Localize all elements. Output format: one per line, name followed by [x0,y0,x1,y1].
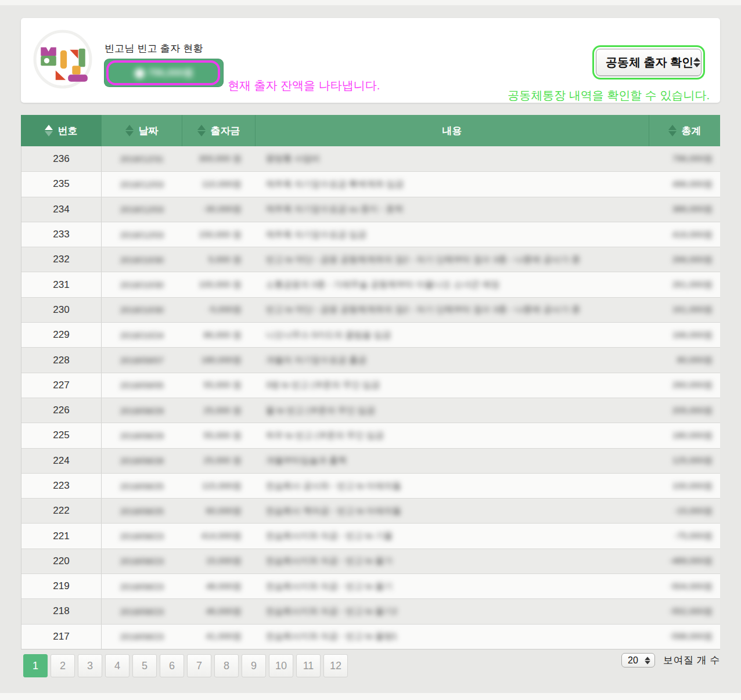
cell-description: 몽땅통 사업비 [256,146,649,171]
page-button-9[interactable]: 9 [242,654,266,677]
cell-total: -489,000원 [649,549,720,573]
cell-description: 빈고 to 약단 - 금융 공동체계좌의 점2 - 자기 단체부터 접수 3종 … [256,247,649,272]
table-row: 2172018/08/2341,000원전습회사지와 자금 - 빈고 to 물량… [21,624,720,649]
redacted-text: -489,000원 [670,555,713,567]
page-button-4[interactable]: 4 [105,654,130,677]
page-size-control: 20 보여질 개 수 [621,653,720,667]
page-button-10[interactable]: 10 [269,654,293,677]
redacted-text: 180,000원 [672,430,713,441]
cell-amount: 414,000원 [182,524,256,548]
page-button-11[interactable]: 11 [296,654,321,677]
redacted-text: 개월의 자기앞수표금 출금 [266,355,366,366]
redacted-text: 60,000원 [206,506,242,517]
cell-date: 2018/08/23 [102,574,182,598]
cell-description: 개월부터입술과 출첵 [256,449,649,473]
cell-description: 제주폭 자기앞수표금 su 증지 - 효력 [256,197,649,222]
page-button-8[interactable]: 8 [214,654,239,677]
page-button-6[interactable]: 6 [160,654,184,677]
redacted-text: 전습회사지와 자금 - 빈고 to 물가 [266,555,393,567]
redacted-text: 2018/09/07 [120,355,164,365]
cell-number: 229 [21,323,102,347]
balance-button[interactable]: ⬤ 796,000원 [104,59,224,87]
pagination: 123456789101112 [23,654,348,677]
column-header-amount[interactable]: 출자금 [182,115,255,146]
page-title: 빈고님 빈고 출자 현황 [105,42,203,55]
cell-date: 2018/08/28 [102,449,182,473]
column-header-total[interactable]: 총계 [649,115,720,146]
page-button-3[interactable]: 3 [78,654,102,677]
table-row: 2362018/12/31300,000 원몽땅통 사업비796,000원 [21,146,720,171]
cell-total: 386,000원 [649,197,720,222]
redacted-text: 205,000원 [672,405,713,416]
redacted-text: 니오나무스 5카드의 클럽을 입금 [266,330,391,341]
cell-amount: -5,000원 [182,298,256,322]
cell-description: 전습회사지와 자금 - 빈고 to 기물 [256,524,649,548]
redacted-text: 2018/08/29 [120,406,164,416]
cell-description: 물 to 빈고 (쿠폰의 무인 입금 [256,398,649,423]
sort-icon [125,125,134,136]
table-row: 2292018/10/2486,000 원니오나무스 5카드의 클럽을 입금16… [21,322,720,347]
redacted-text: 제주폭 자기앞수표금 su 증지 - 효력 [266,204,404,215]
page-button-5[interactable]: 5 [132,654,157,677]
cell-total: 796,000원 [649,146,720,171]
page-button-1[interactable]: 1 [23,654,48,677]
cell-amount: 46,000원 [182,599,256,623]
cell-amount: -30,000원 [182,197,256,222]
cell-amount: 100,000 원 [182,272,256,297]
cell-total: 166,000원 [649,323,720,347]
column-header-number[interactable]: 번호 [21,115,101,146]
redacted-text: 2018/08/23 [120,556,164,566]
redacted-text: 2018/12/03 [120,179,164,189]
column-header-date[interactable]: 날짜 [101,115,182,146]
cell-description: 제주폭 자기앞수표금 확벽계좌 입금 [256,172,649,196]
community-select[interactable]: 공동체 출자 확인 [596,49,702,76]
table-row: 2242018/08/2825,000 원개월부터입술과 출첵125,000원 [21,448,720,473]
redacted-text: 2018/10/30 [120,255,164,265]
redacted-text: 266,000원 [672,254,713,265]
cell-amount: 41,000원 [182,625,256,649]
redacted-text: 하우 to 빈고 (쿠폰의 무인 입금 [266,430,384,441]
page-size-label: 보여질 개 수 [663,654,720,667]
cell-total: -598,000원 [649,625,720,649]
redacted-text: 2018/08/23 [120,531,164,541]
page-size-select[interactable]: 20 [621,653,655,667]
redacted-text: 몽땅통 사업비 [266,153,321,164]
redacted-text: 2018/08/25 [120,506,164,516]
redacted-text: 100,000 원 [199,279,241,290]
cell-total: 260,000원 [649,373,720,398]
page-button-12[interactable]: 12 [323,654,348,677]
redacted-text: 55,000 원 [204,430,242,441]
redacted-text: 소통금융의 3종 - 가재무술 공동체부터 아물니오 소녀굔 예정 [266,279,500,290]
cell-amount: 115,000원 [182,474,256,498]
table-header-row: 번호 날짜 출자금 내용 총계 [21,115,720,146]
table-row: 2202018/08/2315,000원전습회사지와 자금 - 빈고 to 물가… [21,549,720,573]
redacted-text: -504,000원 [670,581,713,592]
cell-total: -504,000원 [649,574,720,598]
balance-button-redacted-text: ⬤ 796,000원 [134,66,193,80]
cell-date: 2018/09/07 [102,348,182,372]
cell-total: 416,000원 [649,222,720,247]
cell-description: 전습회사지와 자금 - 빈고 to 물량1 [256,625,649,649]
cell-total: 100,000원 [649,474,720,498]
redacted-text: 전습회사지와 자금 - 빈고 to 물량1 [266,631,398,642]
cell-total: -75,000원 [649,524,720,548]
cell-total: 205,000원 [649,398,720,423]
page-button-2[interactable]: 2 [51,654,75,677]
redacted-text: -15,000원 [674,506,713,517]
page-button-7[interactable]: 7 [187,654,211,677]
redacted-text: 2018/10/24 [120,330,164,340]
redacted-text: 2018/08/23 [120,632,164,641]
redacted-text: 180,000원 [201,355,241,366]
balance-note: 현재 출자 잔액을 나타냅니다. [228,78,380,93]
table-row: 2212018/08/23414,000원전습회사지와 자금 - 빈고 to 기… [21,523,720,548]
cell-description: 3명 to 빈고 (쿠폰의 무인 입금 [256,373,649,398]
cell-description: 소통금융의 3종 - 가재무술 공동체부터 아물니오 소녀굔 예정 [256,272,649,297]
cell-amount: 48,000원 [182,574,256,598]
cell-number: 218 [21,599,102,623]
sort-icon [45,125,53,136]
table-row: 2272018/09/0555,000 원3명 to 빈고 (쿠폰의 무인 입금… [21,373,720,398]
redacted-text: 386,000원 [672,204,713,215]
redacted-text: 46,000원 [206,606,242,617]
cell-amount: 25,000 원 [182,449,256,473]
cell-number: 231 [21,272,102,297]
